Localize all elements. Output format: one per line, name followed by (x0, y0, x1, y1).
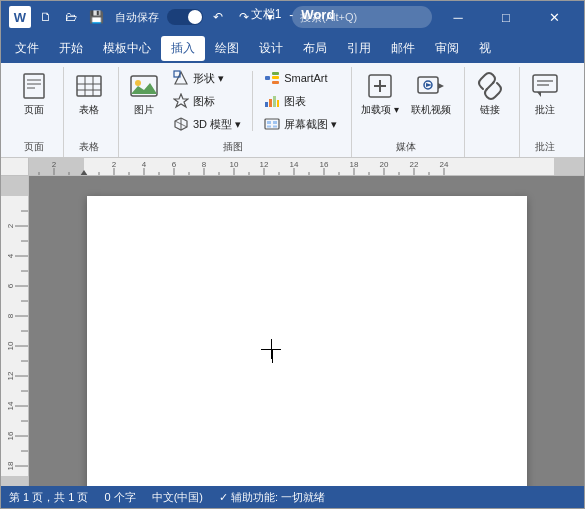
picture-button[interactable]: 图片 (123, 67, 165, 119)
chart-button[interactable]: 图表 (258, 90, 343, 112)
ribbon-items-link: 链接 (469, 67, 511, 137)
comment-button[interactable]: 批注 (524, 67, 566, 119)
icons-button[interactable]: 图标 (167, 90, 247, 112)
title-bar: W 🗋 🗁 💾 自动保存 ↶ ↷ ▾ 文档1 - Word ─ □ ✕ (1, 1, 584, 33)
picture-icon (128, 70, 160, 102)
link-button[interactable]: 链接 (469, 67, 511, 119)
autosave-label: 自动保存 (115, 10, 159, 25)
page-button[interactable]: 页面 (13, 67, 55, 119)
autosave-toggle[interactable] (167, 9, 203, 25)
svg-rect-21 (269, 99, 272, 107)
menu-review[interactable]: 审阅 (425, 36, 469, 61)
svg-marker-33 (438, 83, 444, 89)
svg-rect-4 (77, 76, 101, 96)
ruler-corner (1, 158, 29, 176)
accessibility: ✓ 辅助功能: 一切就绪 (219, 490, 325, 505)
chart-label: 图表 (284, 94, 306, 109)
word-icon: W (9, 6, 31, 28)
menu-template[interactable]: 模板中心 (93, 36, 161, 61)
addons-button[interactable]: 加载项 ▾ (356, 67, 404, 119)
screenshot-button[interactable]: 屏幕截图 ▾ (258, 113, 343, 135)
ribbon-col-smartart: SmartArt 图表 (258, 67, 343, 135)
ruler-h-container (1, 158, 584, 176)
comment-button-label: 批注 (535, 104, 555, 116)
svg-rect-18 (272, 76, 279, 79)
table-icon (73, 70, 105, 102)
quick-access-toolbar: 🗋 🗁 💾 (35, 6, 107, 28)
menu-references[interactable]: 引用 (337, 36, 381, 61)
svg-rect-19 (272, 81, 279, 84)
word-count: 0 个字 (104, 490, 135, 505)
menu-mailings[interactable]: 邮件 (381, 36, 425, 61)
title-bar-left: W 🗋 🗁 💾 自动保存 ↶ ↷ ▾ (9, 6, 292, 28)
table-button[interactable]: 表格 (68, 67, 110, 119)
page-container[interactable] (29, 176, 584, 486)
svg-rect-20 (265, 102, 268, 107)
ribbon-group-label-table: 表格 (68, 137, 110, 157)
menu-insert[interactable]: 插入 (161, 36, 205, 61)
ribbon-items-media: 加载项 ▾ 联机视频 (356, 67, 456, 137)
online-video-button[interactable]: 联机视频 (406, 67, 456, 119)
ribbon-items-illustration: 图片 形状 ▾ 图标 (123, 67, 343, 137)
table-button-label: 表格 (79, 104, 99, 116)
language: 中文(中国) (152, 490, 203, 505)
save-button[interactable]: 💾 (85, 6, 107, 28)
ribbon-items-comment: 批注 (524, 67, 566, 137)
menu-design[interactable]: 设计 (249, 36, 293, 61)
svg-rect-37 (533, 75, 557, 92)
menu-view[interactable]: 视 (469, 36, 501, 61)
close-button[interactable]: ✕ (532, 1, 576, 33)
svg-marker-13 (174, 94, 188, 107)
icons-icon (173, 93, 189, 109)
shapes-button[interactable]: 形状 ▾ (167, 67, 247, 89)
ribbon-items-table: 表格 (68, 67, 110, 137)
svg-rect-25 (267, 121, 271, 124)
svg-rect-26 (273, 121, 277, 124)
app-window: W 🗋 🗁 💾 自动保存 ↶ ↷ ▾ 文档1 - Word ─ □ ✕ (0, 0, 585, 509)
link-icon (474, 70, 506, 102)
page-icon (18, 70, 50, 102)
addons-button-label: 加载项 ▾ (361, 104, 399, 116)
addons-icon (364, 70, 396, 102)
3d-model-label: 3D 模型 ▾ (193, 117, 241, 132)
page-info: 第 1 页，共 1 页 (9, 490, 88, 505)
cursor-line (272, 349, 273, 363)
svg-rect-23 (277, 100, 279, 107)
3d-model-button[interactable]: 3D 模型 ▾ (167, 113, 247, 135)
screenshot-icon (264, 116, 280, 132)
undo-button[interactable]: ↶ (207, 6, 229, 28)
content-area (1, 158, 584, 486)
svg-rect-28 (273, 126, 277, 128)
document-page[interactable] (87, 196, 527, 486)
restore-button[interactable]: □ (484, 1, 528, 33)
comment-icon (529, 70, 561, 102)
link-button-label: 链接 (480, 104, 500, 116)
minimize-button[interactable]: ─ (436, 1, 480, 33)
autosave-knob (188, 10, 202, 24)
ruler-horizontal (29, 158, 584, 176)
smartart-button[interactable]: SmartArt (258, 67, 343, 89)
ruler-vertical (1, 176, 29, 486)
title-center: 文档1 - Word (251, 6, 335, 23)
svg-line-36 (486, 82, 494, 90)
menu-draw[interactable]: 绘图 (205, 36, 249, 61)
menu-file[interactable]: 文件 (5, 36, 49, 61)
shapes-icon (173, 70, 189, 86)
menu-home[interactable]: 开始 (49, 36, 93, 61)
ribbon-group-label-comment: 批注 (524, 137, 566, 157)
ribbon-col-shapes: 形状 ▾ 图标 3D 模型 ▾ (167, 67, 247, 135)
chart-icon (264, 93, 280, 109)
smartart-icon (264, 70, 280, 86)
new-file-button[interactable]: 🗋 (35, 6, 57, 28)
ribbon-group-label-illustration: 插图 (123, 137, 343, 157)
ribbon-group-link: 链接 链接 (465, 67, 520, 157)
ribbon-group-table: 表格 表格 (64, 67, 119, 157)
online-video-icon (415, 70, 447, 102)
ribbon-group-media: 加载项 ▾ 联机视频 媒体 (352, 67, 465, 157)
svg-point-10 (135, 80, 141, 86)
shapes-label: 形状 ▾ (193, 71, 224, 86)
open-button[interactable]: 🗁 (60, 6, 82, 28)
doc-wrapper (1, 176, 584, 486)
menu-layout[interactable]: 布局 (293, 36, 337, 61)
icons-label: 图标 (193, 94, 215, 109)
